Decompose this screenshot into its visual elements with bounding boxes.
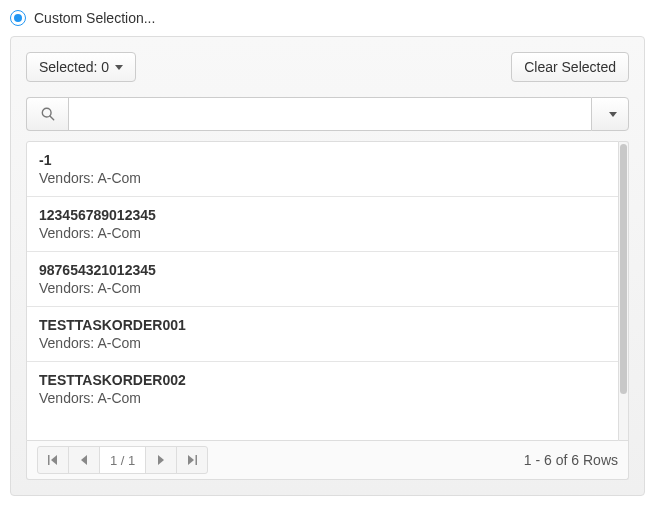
list-item[interactable]: TESTTASKORDER002Vendors: A-Com <box>27 362 618 416</box>
radio-checked-icon <box>10 10 26 26</box>
list-item[interactable]: -1Vendors: A-Com <box>27 142 618 197</box>
list-item-title: 123456789012345 <box>39 207 606 223</box>
pager-last-button[interactable] <box>176 446 208 474</box>
svg-marker-5 <box>158 455 164 465</box>
pager-page-indicator: 1 / 1 <box>99 446 146 474</box>
list-item[interactable]: 123456789012345Vendors: A-Com <box>27 197 618 252</box>
search-button[interactable] <box>26 97 68 131</box>
list-item[interactable]: TESTTASKORDER001Vendors: A-Com <box>27 307 618 362</box>
svg-rect-7 <box>196 455 198 465</box>
results-list: -1Vendors: A-Com123456789012345Vendors: … <box>26 141 619 441</box>
caret-down-icon <box>115 65 123 70</box>
pager-prev-button[interactable] <box>68 446 100 474</box>
list-item-subtitle: Vendors: A-Com <box>39 225 606 241</box>
svg-line-1 <box>49 116 53 120</box>
list-item-subtitle: Vendors: A-Com <box>39 390 606 406</box>
caret-down-icon <box>609 112 617 117</box>
clear-selected-label: Clear Selected <box>524 59 616 75</box>
list-item-subtitle: Vendors: A-Com <box>39 335 606 351</box>
clear-selected-button[interactable]: Clear Selected <box>511 52 629 82</box>
list-item-title: -1 <box>39 152 606 168</box>
chevron-left-icon <box>80 455 88 465</box>
search-bar <box>26 97 629 131</box>
search-icon <box>41 107 55 121</box>
selected-count-label: Selected: 0 <box>39 59 109 75</box>
search-input[interactable] <box>68 97 591 131</box>
first-page-icon <box>48 455 58 465</box>
pager: 1 / 1 <box>37 446 208 474</box>
pager-next-button[interactable] <box>145 446 177 474</box>
list-item-subtitle: Vendors: A-Com <box>39 280 606 296</box>
list-item-subtitle: Vendors: A-Com <box>39 170 606 186</box>
list-item-title: 987654321012345 <box>39 262 606 278</box>
selection-panel: Selected: 0 Clear Selected -1Vendors: A-… <box>10 36 645 496</box>
pager-first-button[interactable] <box>37 446 69 474</box>
svg-marker-4 <box>81 455 87 465</box>
radio-label: Custom Selection... <box>34 10 155 26</box>
list-item-title: TESTTASKORDER002 <box>39 372 606 388</box>
list-footer: 1 / 1 1 - 6 of 6 Rows <box>26 441 629 480</box>
list-item-title: TESTTASKORDER001 <box>39 317 606 333</box>
scrollbar[interactable] <box>619 141 629 441</box>
search-filter-dropdown[interactable] <box>591 97 629 131</box>
chevron-right-icon <box>157 455 165 465</box>
toolbar: Selected: 0 Clear Selected <box>26 52 629 82</box>
rows-count-label: 1 - 6 of 6 Rows <box>524 452 618 468</box>
custom-selection-radio[interactable]: Custom Selection... <box>10 10 645 26</box>
svg-marker-3 <box>51 455 57 465</box>
svg-rect-2 <box>48 455 50 465</box>
svg-marker-6 <box>188 455 194 465</box>
selected-dropdown-button[interactable]: Selected: 0 <box>26 52 136 82</box>
scrollbar-thumb[interactable] <box>620 144 627 394</box>
last-page-icon <box>187 455 197 465</box>
list-item[interactable]: 987654321012345Vendors: A-Com <box>27 252 618 307</box>
